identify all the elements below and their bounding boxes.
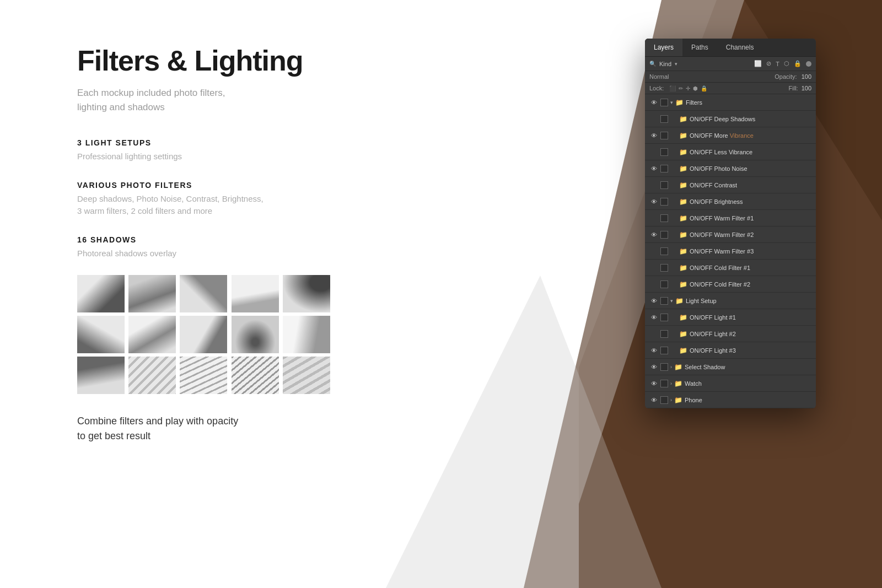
layer-checkbox[interactable] xyxy=(660,380,668,387)
filter-text-icon[interactable]: T xyxy=(776,61,779,67)
layer-filters-group[interactable]: 👁▾📁Filters xyxy=(645,94,816,111)
fill-value[interactable]: 100 xyxy=(802,85,811,91)
lock-checkerboard-icon[interactable]: ⬛ xyxy=(669,85,676,91)
layer-warm-filter-1[interactable]: 📁ON/OFF Warm Filter #1 xyxy=(645,210,816,226)
visibility-icon[interactable]: 👁 xyxy=(649,230,658,239)
visibility-icon[interactable]: 👁 xyxy=(649,313,658,322)
layer-checkbox[interactable] xyxy=(660,132,668,139)
layer-checkbox[interactable] xyxy=(660,115,668,123)
layer-checkbox[interactable] xyxy=(660,99,668,106)
filter-color-dot[interactable] xyxy=(806,61,811,67)
layer-checkbox[interactable] xyxy=(660,181,668,189)
kind-label: Kind xyxy=(659,61,671,67)
layer-cold-filter-2[interactable]: 📁ON/OFF Cold Filter #2 xyxy=(645,276,816,293)
layer-name: Phone xyxy=(685,397,811,403)
visibility-icon[interactable]: 👁 xyxy=(649,197,658,206)
layer-light-3[interactable]: 👁📁ON/OFF Light #3 xyxy=(645,342,816,359)
layer-checkbox[interactable] xyxy=(660,280,668,288)
lock-all-icon[interactable]: 🔒 xyxy=(701,85,707,91)
layer-phone[interactable]: 👁›📁Phone xyxy=(645,392,816,408)
layer-brightness[interactable]: 👁📁ON/OFF Brightness xyxy=(645,193,816,210)
layer-more-vibrance[interactable]: 👁📁ON/OFF More Vibrance xyxy=(645,127,816,144)
layer-checkbox[interactable] xyxy=(660,314,668,321)
layer-checkbox[interactable] xyxy=(660,347,668,354)
layer-name: Watch xyxy=(685,380,811,387)
visibility-icon[interactable]: 👁 xyxy=(649,164,658,173)
visibility-icon[interactable] xyxy=(649,214,658,223)
layer-checkbox[interactable] xyxy=(660,247,668,255)
tab-paths[interactable]: Paths xyxy=(682,39,717,56)
layer-checkbox[interactable] xyxy=(660,165,668,172)
visibility-icon[interactable] xyxy=(649,181,658,190)
layer-contrast[interactable]: 📁ON/OFF Contrast xyxy=(645,177,816,193)
visibility-icon[interactable]: 👁 xyxy=(649,379,658,388)
layer-name: ON/OFF Contrast xyxy=(690,182,811,188)
visibility-icon[interactable]: 👁 xyxy=(649,131,658,140)
blend-opacity-row: Normal Opacity: 100 xyxy=(645,71,816,83)
tab-layers[interactable]: Layers xyxy=(645,39,682,56)
shadow-grid xyxy=(77,275,331,394)
layer-photo-noise[interactable]: 👁📁ON/OFF Photo Noise xyxy=(645,160,816,177)
group-expand-arrow[interactable]: › xyxy=(670,381,672,386)
layer-checkbox[interactable] xyxy=(660,264,668,272)
shadow-thumb-13 xyxy=(180,357,227,394)
visibility-icon[interactable] xyxy=(649,148,658,157)
layer-checkbox[interactable] xyxy=(660,330,668,338)
layer-light-2[interactable]: 📁ON/OFF Light #2 xyxy=(645,326,816,342)
shadow-thumb-5 xyxy=(283,275,330,312)
visibility-icon[interactable]: 👁 xyxy=(649,363,658,371)
group-expand-arrow[interactable]: ▾ xyxy=(670,298,673,304)
layer-less-vibrance[interactable]: 📁ON/OFF Less Vibrance xyxy=(645,144,816,160)
layer-light-1[interactable]: 👁📁ON/OFF Light #1 xyxy=(645,309,816,326)
folder-icon: 📁 xyxy=(679,347,687,354)
visibility-icon[interactable] xyxy=(649,247,658,256)
lock-move-icon[interactable]: ✛ xyxy=(686,85,690,91)
visibility-icon[interactable]: 👁 xyxy=(649,396,658,404)
filter-smart-icon[interactable]: 🔒 xyxy=(794,60,802,67)
lock-artboard-icon[interactable]: ⬢ xyxy=(693,85,698,91)
visibility-icon[interactable]: 👁 xyxy=(649,346,658,355)
visibility-icon[interactable] xyxy=(649,263,658,272)
layer-checkbox[interactable] xyxy=(660,363,668,371)
visibility-icon[interactable] xyxy=(649,280,658,289)
visibility-icon[interactable]: 👁 xyxy=(649,98,658,107)
layer-deep-shadows[interactable]: 📁ON/OFF Deep Shadows xyxy=(645,111,816,127)
layer-name: ON/OFF Deep Shadows xyxy=(690,116,811,122)
group-expand-arrow[interactable]: › xyxy=(670,364,672,370)
folder-icon: 📁 xyxy=(675,99,684,106)
layer-warm-filter-3[interactable]: 📁ON/OFF Warm Filter #3 xyxy=(645,243,816,260)
layer-checkbox[interactable] xyxy=(660,214,668,222)
section-desc-2: Deep shadows, Photo Noise, Contrast, Bri… xyxy=(77,193,419,218)
filter-pixel-icon[interactable]: ⬜ xyxy=(754,60,762,67)
opacity-value[interactable]: 100 xyxy=(802,73,811,80)
layer-checkbox[interactable] xyxy=(660,297,668,305)
photoshop-panel: Layers Paths Channels 🔍 Kind ▾ ⬜ ⊘ T ⬡ 🔒… xyxy=(645,39,816,408)
section-desc-1: Professional lighting settings xyxy=(77,150,419,163)
layer-checkbox[interactable] xyxy=(660,148,668,156)
visibility-icon[interactable]: 👁 xyxy=(649,296,658,305)
layer-select-shadow[interactable]: 👁›📁Select Shadow xyxy=(645,359,816,375)
visibility-icon[interactable] xyxy=(649,115,658,123)
layer-light-setup[interactable]: 👁▾📁Light Setup xyxy=(645,293,816,309)
group-expand-arrow[interactable]: › xyxy=(670,397,672,403)
layer-name: ON/OFF Warm Filter #2 xyxy=(690,231,811,238)
shadow-thumb-9 xyxy=(232,316,279,353)
lock-brush-icon[interactable]: ✏ xyxy=(679,85,683,91)
combine-text: Combine filters and play with opacity to… xyxy=(77,414,419,444)
layer-watch[interactable]: 👁›📁Watch xyxy=(645,375,816,392)
group-expand-arrow[interactable]: ▾ xyxy=(670,100,673,105)
layer-warm-filter-2[interactable]: 👁📁ON/OFF Warm Filter #2 xyxy=(645,226,816,243)
kind-dropdown-arrow[interactable]: ▾ xyxy=(675,61,677,67)
filter-adjust-icon[interactable]: ⊘ xyxy=(766,60,771,67)
layers-list: 👁▾📁Filters 📁ON/OFF Deep Shadows👁📁ON/OFF … xyxy=(645,94,816,408)
visibility-icon[interactable] xyxy=(649,330,658,338)
layer-name: ON/OFF Cold Filter #1 xyxy=(690,265,811,271)
layer-name: ON/OFF Light #3 xyxy=(690,347,811,354)
layer-checkbox[interactable] xyxy=(660,396,668,404)
layer-checkbox[interactable] xyxy=(660,231,668,239)
layer-name: ON/OFF Warm Filter #3 xyxy=(690,248,811,255)
layer-checkbox[interactable] xyxy=(660,198,668,206)
layer-cold-filter-1[interactable]: 📁ON/OFF Cold Filter #1 xyxy=(645,260,816,276)
tab-channels[interactable]: Channels xyxy=(717,39,763,56)
filter-shape-icon[interactable]: ⬡ xyxy=(784,60,789,67)
